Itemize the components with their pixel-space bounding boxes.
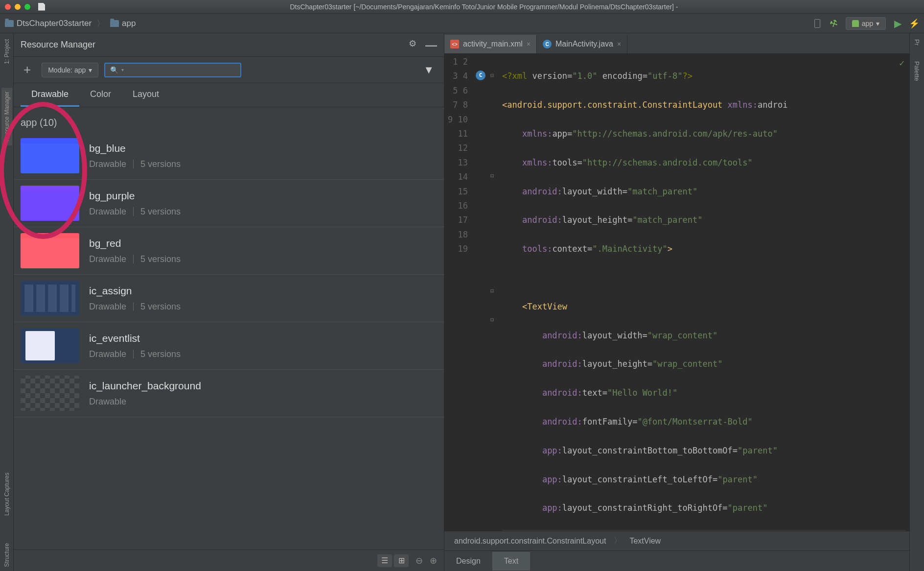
zoom-in-button[interactable]: ⊕ [430,555,437,566]
breadcrumb-project[interactable]: DtsChapter03starter [5,19,92,28]
resource-thumbnail [21,281,79,316]
element-breadcrumb: android.support.constraint.ConstraintLay… [444,531,909,550]
resource-thumbnail [21,138,79,173]
filter-icon[interactable]: ▼ [423,64,434,76]
fold-icon[interactable]: ⊟ [490,284,494,298]
hide-panel-button[interactable]: — [425,38,437,52]
panel-title: Resource Manager [21,40,95,50]
resource-item[interactable]: ic_assign Drawable5 versions [14,275,444,322]
breadcrumb: DtsChapter03starter 〉 app [5,18,136,29]
module-selector[interactable]: Module: app ▾ [42,63,98,77]
panel-footer: ☰ ⊞ ⊖ ⊕ [14,549,444,571]
window-title: DtsChapter03starter [~/Documents/Pengaja… [49,3,919,11]
navigation-bar: DtsChapter03starter 〉 app ⚒ app ▾ ▶ ⚡ [0,14,924,33]
maximize-window-button[interactable] [24,4,30,10]
palette-tool-button[interactable]: Palette [911,58,923,84]
search-input[interactable]: 🔍 ▾ [104,63,241,77]
chevron-right-icon: 〉 [614,536,622,546]
resource-thumbnail [21,376,79,411]
run-config-selector[interactable]: app ▾ [846,17,886,30]
resource-item[interactable]: bg_purple Drawable5 versions [14,180,444,227]
grid-view-button[interactable]: ⊞ [394,554,409,567]
minimize-window-button[interactable] [15,4,21,10]
resource-thumbnail [21,328,79,363]
right-tool-rail: Pr Palette [909,33,924,571]
breadcrumb-module[interactable]: app [110,19,136,28]
toolbar-right: ⚒ app ▾ ▶ ⚡ [812,17,919,30]
tab-color[interactable]: Color [79,83,122,107]
project-tool-button[interactable]: 1: Project [1,35,12,68]
editor-tabs: <> activity_main.xml × C MainActivity.ja… [444,33,909,54]
close-window-button[interactable] [5,4,11,10]
fold-icon[interactable]: ⊟ [490,313,494,327]
resource-item[interactable]: bg_red Drawable5 versions [14,227,444,275]
folder-icon [5,20,14,27]
xml-file-icon: <> [450,40,459,48]
tab-design[interactable]: Design [444,552,492,571]
resource-item[interactable]: ic_eventlist Drawable5 versions [14,322,444,370]
breadcrumb-child[interactable]: TextView [629,537,661,546]
chevron-down-icon: ▾ [121,67,124,72]
folder-icon [110,20,119,27]
check-icon: ✓ [899,56,904,70]
preview-tool-button[interactable]: Pr [911,36,923,48]
run-button[interactable]: ▶ [893,19,902,28]
resource-list: bg_blue Drawable5 versions bg_purple Dra… [14,132,444,549]
tab-drawable[interactable]: Drawable [21,83,79,107]
gear-icon[interactable]: ⚙ [409,38,416,52]
window-controls [5,4,30,10]
search-icon: 🔍 [110,66,118,74]
resource-item[interactable]: ic_launcher_background Drawable [14,370,444,417]
editor-tab-xml[interactable]: <> activity_main.xml × [444,35,537,53]
structure-tool-button[interactable]: Structure [1,539,12,571]
close-tab-icon[interactable]: × [617,40,621,48]
design-text-tabs: Design Text [444,550,909,571]
left-tool-rail: 1: Project Resource Manager Layout Captu… [0,33,14,571]
resource-tabs: Drawable Color Layout [14,83,444,107]
document-icon [38,3,45,11]
panel-toolbar: + Module: app ▾ 🔍 ▾ ▼ [14,57,444,83]
resource-thumbnail [21,233,79,268]
fold-gutter: ⊟ ⊟ ⊟ ⊟ [489,54,498,531]
android-icon [852,20,859,27]
section-header: app (10) [14,107,444,132]
resource-item[interactable]: bg_blue Drawable5 versions [14,132,444,180]
editor-tab-java[interactable]: C MainActivity.java × [537,35,627,53]
code-editor[interactable]: ✓ 1 2 3 4 5 6 7 8 9 10 11 12 13 14 15 16… [444,54,909,531]
gutter-annotations: C [474,54,489,531]
chevron-down-icon: ▾ [876,20,879,27]
layout-captures-tool-button[interactable]: Layout Captures [1,469,12,520]
chevron-right-icon: 〉 [96,18,105,29]
class-badge-icon[interactable]: C [476,71,485,80]
zoom-out-button[interactable]: ⊖ [416,555,423,566]
editor-container: <> activity_main.xml × C MainActivity.ja… [444,33,909,571]
fold-icon[interactable]: ⊟ [490,69,494,83]
resource-manager-panel: Resource Manager ⚙ — + Module: app ▾ 🔍 ▾… [14,33,444,571]
breadcrumb-parent[interactable]: android.support.constraint.ConstraintLay… [454,537,606,546]
java-file-icon: C [543,40,552,48]
resource-manager-tool-button[interactable]: Resource Manager [1,88,12,145]
apply-changes-button[interactable]: ⚡ [909,19,919,28]
fold-icon[interactable]: ⊟ [490,169,494,183]
titlebar: DtsChapter03starter [~/Documents/Pengaja… [0,0,924,14]
tab-text[interactable]: Text [492,552,530,571]
build-button[interactable]: ⚒ [827,17,840,30]
resource-thumbnail [21,186,79,221]
close-tab-icon[interactable]: × [527,40,531,48]
chevron-down-icon: ▾ [89,66,92,74]
device-icon[interactable] [812,19,822,28]
line-gutter: 1 2 3 4 5 6 7 8 9 10 11 12 13 14 15 16 1… [444,54,474,531]
code-area[interactable]: <?xml version="1.0" encoding="utf-8"?> <… [498,54,909,531]
list-view-button[interactable]: ☰ [377,554,392,567]
tab-layout[interactable]: Layout [122,83,170,107]
add-resource-button[interactable]: + [19,62,36,77]
panel-header: Resource Manager ⚙ — [14,33,444,57]
